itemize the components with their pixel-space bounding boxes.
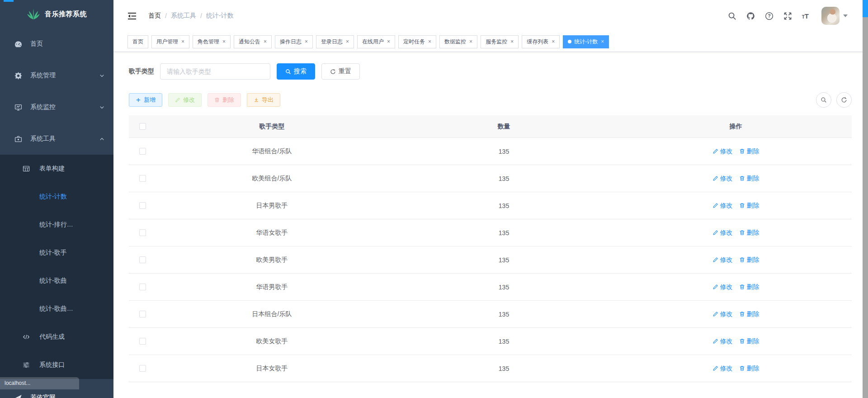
delete-button[interactable]: 删除: [208, 93, 241, 107]
row-edit-link[interactable]: 修改: [712, 175, 733, 183]
browser-status-bubble: localhost...: [0, 377, 79, 389]
row-delete-link[interactable]: 删除: [739, 337, 760, 346]
close-icon[interactable]: ×: [552, 38, 555, 45]
close-icon[interactable]: ×: [510, 38, 514, 45]
tag-label: 用户管理: [156, 38, 178, 46]
row-checkbox[interactable]: [139, 311, 146, 317]
row-edit-link[interactable]: 修改: [712, 147, 733, 156]
tab-tag[interactable]: 缓存列表 ×: [522, 35, 560, 48]
sidebar-item-label: 代码生成: [39, 333, 65, 341]
row-edit-link[interactable]: 修改: [712, 337, 733, 346]
row-checkbox[interactable]: [139, 175, 146, 182]
search-button[interactable]: 搜索: [277, 63, 315, 80]
close-icon[interactable]: ×: [387, 38, 390, 45]
page-content: 歌手类型 搜索 重置: [113, 52, 868, 382]
row-delete-link[interactable]: 删除: [739, 283, 760, 291]
refresh-icon: [841, 97, 847, 103]
close-icon[interactable]: ×: [469, 38, 472, 45]
sidebar-item-stat-song[interactable]: 统计-歌曲: [0, 267, 113, 295]
row-edit-link[interactable]: 修改: [712, 256, 733, 264]
close-icon[interactable]: ×: [222, 38, 226, 45]
breadcrumb-home[interactable]: 首页: [148, 12, 161, 20]
dashboard-icon: [14, 40, 22, 48]
row-edit-link[interactable]: 修改: [712, 202, 733, 210]
sidebar-item-stat-rank[interactable]: 统计-排行…: [0, 211, 113, 239]
sidebar-item-system-api[interactable]: 系统接口: [0, 351, 113, 379]
user-menu[interactable]: [821, 7, 848, 25]
singer-type-cell: 日本女歌手: [156, 365, 388, 373]
close-icon[interactable]: ×: [181, 38, 184, 45]
sidebar-item-system-tools[interactable]: 系统工具: [0, 123, 113, 155]
refresh-table-button[interactable]: [836, 92, 852, 108]
tab-tag[interactable]: 数据监控 ×: [439, 35, 477, 48]
sidebar-item-form-builder[interactable]: 表单构建: [0, 155, 113, 183]
row-checkbox[interactable]: [139, 365, 146, 372]
search-icon[interactable]: [728, 12, 736, 20]
active-dot-icon: [568, 40, 571, 43]
edit-button[interactable]: 修改: [168, 93, 202, 107]
toggle-search-button[interactable]: [816, 92, 831, 108]
tab-tag[interactable]: 角色管理 ×: [193, 35, 231, 48]
row-checkbox[interactable]: [139, 202, 146, 209]
row-edit-link[interactable]: 修改: [712, 310, 733, 318]
tab-tag[interactable]: 在线用户 ×: [357, 35, 395, 48]
column-header-singer-type[interactable]: 歌手类型: [156, 123, 388, 131]
row-edit-link[interactable]: 修改: [712, 365, 733, 373]
avatar[interactable]: [821, 7, 840, 25]
help-icon[interactable]: ?: [765, 12, 774, 20]
trash-icon: [739, 230, 745, 236]
row-delete-link[interactable]: 删除: [739, 256, 760, 264]
column-header-count[interactable]: 数量: [388, 123, 620, 131]
breadcrumb-current: 统计-计数: [206, 12, 234, 20]
row-checkbox[interactable]: [139, 229, 146, 236]
row-checkbox[interactable]: [139, 256, 146, 263]
tab-tag[interactable]: 操作日志 ×: [275, 35, 313, 48]
sidebar-item-stat-singer[interactable]: 统计-歌手: [0, 239, 113, 267]
close-icon[interactable]: ×: [428, 38, 431, 45]
row-delete-link[interactable]: 删除: [739, 229, 760, 237]
row-delete-link[interactable]: 删除: [739, 202, 760, 210]
sidebar-item-home[interactable]: 首页: [0, 28, 113, 60]
add-button[interactable]: 新增: [129, 93, 162, 107]
reset-button[interactable]: 重置: [321, 63, 360, 80]
row-edit-link[interactable]: 修改: [712, 229, 733, 237]
tab-tag[interactable]: 统计-计数 ×: [563, 35, 609, 48]
search-form: 歌手类型 搜索 重置: [129, 63, 852, 80]
tab-tag[interactable]: 服务监控 ×: [481, 35, 519, 48]
scrollbar-thumb[interactable]: [863, 0, 868, 17]
sidebar-item-stat-song2[interactable]: 统计-歌曲…: [0, 295, 113, 323]
fullscreen-icon[interactable]: [783, 12, 792, 20]
app-logo[interactable]: 音乐推荐系统: [0, 0, 113, 28]
sidebar-item-system-manage[interactable]: 系统管理: [0, 60, 113, 91]
row-checkbox[interactable]: [139, 338, 146, 345]
close-icon[interactable]: ×: [346, 38, 349, 45]
trash-icon: [739, 257, 745, 263]
count-cell: 135: [388, 175, 620, 182]
select-all-checkbox[interactable]: [139, 123, 146, 130]
close-icon[interactable]: ×: [305, 38, 308, 45]
tab-tag[interactable]: 登录日志 ×: [316, 35, 354, 48]
export-button[interactable]: 导出: [247, 93, 280, 107]
singer-type-input[interactable]: [160, 63, 270, 80]
top-navbar: 首页 / 系统工具 / 统计-计数 ?: [113, 0, 868, 32]
sidebar-item-code-gen[interactable]: 代码生成: [0, 323, 113, 351]
close-icon[interactable]: ×: [601, 38, 604, 45]
row-delete-link[interactable]: 删除: [739, 310, 760, 318]
tab-tag[interactable]: 通知公告 ×: [234, 35, 272, 48]
sidebar-item-system-monitor[interactable]: 系统监控: [0, 91, 113, 123]
row-delete-link[interactable]: 删除: [739, 175, 760, 183]
row-delete-link[interactable]: 删除: [739, 147, 760, 156]
sidebar-collapse-icon[interactable]: [127, 12, 137, 20]
row-edit-link[interactable]: 修改: [712, 283, 733, 291]
row-delete-link[interactable]: 删除: [739, 365, 760, 373]
font-size-icon[interactable]: TT: [802, 13, 809, 19]
tab-tag[interactable]: 用户管理 ×: [151, 35, 189, 48]
row-checkbox[interactable]: [139, 284, 146, 290]
close-icon[interactable]: ×: [264, 38, 267, 45]
page-scrollbar[interactable]: [863, 0, 868, 398]
sidebar-item-stat-count[interactable]: 统计-计数: [0, 183, 113, 211]
tab-tag[interactable]: 首页 ×: [127, 35, 148, 48]
tab-tag[interactable]: 定时任务 ×: [398, 35, 436, 48]
github-icon[interactable]: [746, 12, 755, 20]
row-checkbox[interactable]: [139, 148, 146, 155]
